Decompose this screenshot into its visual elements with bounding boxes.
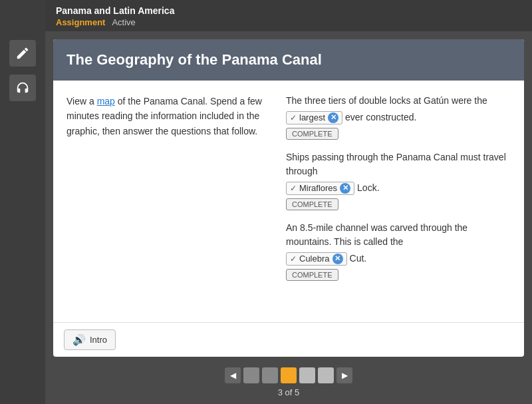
map-link[interactable]: map [97, 96, 115, 106]
prev-page-button[interactable]: ◀ [225, 367, 241, 383]
question-block-2: Ships passing through the Panama Canal m… [286, 150, 511, 210]
page-buttons: ◀ ▶ [225, 367, 352, 383]
question-block-1: The three tiers of double locks at Gatún… [286, 94, 511, 140]
answer-chip-3[interactable]: ✓ Culebra ✕ [286, 252, 347, 266]
question-2-suffix: Lock. [357, 181, 379, 195]
header-section: Panama and Latin America Assignment Acti… [45, 0, 532, 31]
answer-text-1: largest [299, 112, 325, 122]
right-column: The three tiers of double locks at Gatún… [286, 94, 511, 309]
left-column: View a map of the Panama Canal. Spend a … [66, 94, 266, 309]
complete-badge-1: COMPLETE [286, 128, 338, 140]
card-title: The Geography of the Panama Canal [66, 51, 511, 69]
question-1-text: The three tiers of double locks at Gatún… [286, 94, 487, 108]
tab-line: Assignment Active [56, 17, 521, 27]
check-icon-1: ✓ [290, 113, 297, 122]
question-3-text: An 8.5-mile channel was carved through t… [286, 221, 511, 249]
intro-text-before-link: View a [66, 96, 97, 106]
page-3-button[interactable] [281, 367, 297, 383]
card-title-bar: The Geography of the Panama Canal [53, 39, 524, 81]
complete-badge-2: COMPLETE [286, 198, 338, 210]
clear-btn-3[interactable]: ✕ [332, 254, 343, 264]
page-count: 3 of 5 [278, 387, 300, 397]
answer-chip-1[interactable]: ✓ largest ✕ [286, 111, 342, 124]
card-footer: 🔊 Intro [53, 322, 524, 357]
complete-badge-3: COMPLETE [286, 269, 338, 281]
answer-text-3: Culebra [299, 254, 330, 264]
tab-assignment[interactable]: Assignment [56, 17, 105, 27]
clear-btn-2[interactable]: ✕ [340, 183, 350, 194]
question-3-suffix: Cut. [350, 252, 367, 266]
content-card: The Geography of the Panama Canal View a… [53, 39, 524, 357]
audio-button[interactable]: 🔊 Intro [64, 329, 116, 350]
question-1-suffix: ever constructed. [345, 110, 416, 124]
headphone-icon-btn[interactable] [9, 75, 36, 101]
tab-active: Active [112, 17, 135, 27]
sidebar [0, 0, 45, 404]
page-2-button[interactable] [262, 367, 278, 383]
page-5-button[interactable] [318, 367, 334, 383]
main-area: Panama and Latin America Assignment Acti… [45, 0, 532, 404]
pagination-bar: ◀ ▶ 3 of 5 [45, 362, 532, 404]
question-1-row: The three tiers of double locks at Gatún… [286, 94, 511, 124]
pencil-icon-btn[interactable] [9, 40, 36, 67]
audio-label: Intro [90, 335, 107, 345]
question-block-3: An 8.5-mile channel was carved through t… [286, 221, 511, 281]
question-2-row: Ships passing through the Panama Canal m… [286, 150, 511, 195]
speaker-icon: 🔊 [72, 333, 86, 346]
check-icon-3: ✓ [290, 254, 297, 264]
answer-chip-2[interactable]: ✓ Miraflores ✕ [286, 182, 354, 195]
question-3-row: An 8.5-mile channel was carved through t… [286, 221, 511, 266]
page-4-button[interactable] [299, 367, 315, 383]
course-title: Panama and Latin America [56, 5, 521, 16]
question-2-text: Ships passing through the Panama Canal m… [286, 150, 511, 178]
intro-paragraph: View a map of the Panama Canal. Spend a … [66, 94, 266, 138]
check-icon-2: ✓ [290, 184, 297, 193]
page-1-button[interactable] [243, 367, 259, 383]
answer-text-2: Miraflores [299, 183, 337, 193]
next-page-button[interactable]: ▶ [336, 367, 352, 383]
clear-btn-1[interactable]: ✕ [328, 112, 338, 123]
card-body: View a map of the Panama Canal. Spend a … [53, 81, 524, 322]
